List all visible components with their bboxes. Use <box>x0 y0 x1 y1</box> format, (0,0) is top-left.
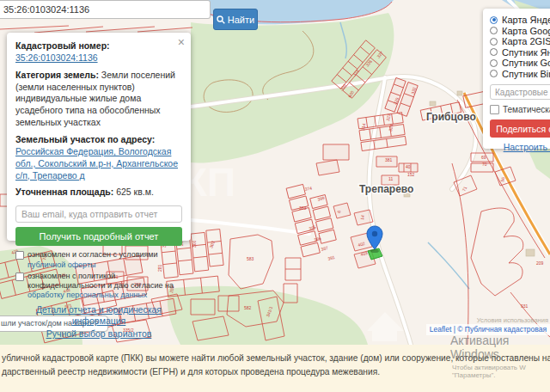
activation-line1: Активация Windows <box>450 334 550 361</box>
activation-line2: Чтобы активировать W <box>452 364 550 371</box>
offer-checkbox-label: ознакомлен и согласен с условиями публич… <box>28 250 182 270</box>
app-window: КП <box>0 0 550 392</box>
area-label: Уточненная площадь: <box>15 187 113 197</box>
area-value: 625 кв.м. <box>116 187 154 197</box>
category-label: Категория земель: <box>15 70 99 80</box>
address-label: Земельный участок по адресу: <box>15 134 155 144</box>
layer-option-0[interactable]: Карта Яндекс <box>490 15 550 26</box>
parcel-number: 387 <box>321 245 329 252</box>
radio-icon[interactable] <box>490 16 498 24</box>
category-detail: индивидуальные жилые дома усадебного тип… <box>15 93 161 127</box>
cadastral-number-link[interactable]: 35:26:0103024:1136 <box>15 52 98 63</box>
report-details-link[interactable]: Детали отчета и юридическая информация <box>15 304 182 328</box>
thematic-checkbox[interactable] <box>490 105 499 114</box>
parcel-number: 332 <box>410 86 417 95</box>
parcel-number: 40 <box>406 164 411 169</box>
radio-icon[interactable] <box>490 27 498 34</box>
parcel-number: 324 <box>388 124 394 132</box>
manual-select-link[interactable]: Ручной выбор вариантов <box>15 328 182 340</box>
parcel-number: 323 <box>385 113 391 121</box>
parcel-number: 381 <box>385 157 393 162</box>
layer-option-label: Спутник Google <box>502 58 550 68</box>
layer-options: Карта ЯндексКарта GoogleКарта 2GISСпутни… <box>490 15 550 79</box>
offer-checkbox[interactable] <box>15 251 24 260</box>
windows-activation-watermark: Активация Windows Чтобы активировать W "… <box>450 334 550 379</box>
search-button-label: Найти <box>228 15 254 25</box>
search-button[interactable]: Найти <box>213 9 258 30</box>
parcel-number: 71 <box>461 186 468 193</box>
parcel-number: 399 <box>317 195 326 202</box>
layer-option-2[interactable]: Карта 2GIS <box>490 36 550 47</box>
thematic-label: Тематическая карта <box>503 105 550 114</box>
parcel-number: 70 <box>482 162 487 167</box>
radio-icon[interactable] <box>490 48 498 56</box>
layer-option-5[interactable]: Спутник Bing <box>490 69 550 80</box>
parcel-number: 209 <box>536 260 544 266</box>
close-icon[interactable]: × <box>178 36 185 48</box>
activation-line3: "Параметры". <box>452 371 550 379</box>
parcel-info-panel: × Кадастровый номер: 35:26:0103024:1136 … <box>7 33 191 241</box>
radio-icon[interactable] <box>490 59 498 67</box>
layer-option-label: Карта Яндекс <box>502 15 550 25</box>
search-icon <box>217 15 225 24</box>
parcel-number: 152 <box>407 172 415 177</box>
town-label: Трепарево <box>359 183 413 195</box>
parcel-number: 383 <box>299 205 307 211</box>
parcel-number: 385 <box>309 224 317 231</box>
layer-option-1[interactable]: Карта Google <box>490 26 550 37</box>
layer-option-label: Спутник Bing <box>502 69 550 79</box>
parcel-number: 391 <box>327 254 336 261</box>
boundaries-select[interactable]: Кадастровые границы <box>490 84 550 100</box>
footer-text-line2: дарственный реестр недвижимости (ЕГРН) и… <box>2 367 380 377</box>
layer-option-label: Спутник Яндекс <box>502 47 550 58</box>
privacy-checkbox-label: ознакомлен с политикой конфиденциальност… <box>28 272 182 301</box>
town-label: Грибцово <box>426 111 476 123</box>
search-input[interactable] <box>0 0 211 19</box>
email-field[interactable] <box>15 205 182 223</box>
parcel-number: 374 <box>304 186 312 192</box>
attribution-terms[interactable]: Условия использования <box>477 316 548 324</box>
parcel-number: 300 <box>192 240 197 248</box>
layer-option-3[interactable]: Спутник Яндекс <box>490 47 550 58</box>
parcel-number: 69 <box>481 155 486 160</box>
configure-map-link[interactable]: Настроить карту <box>490 142 550 152</box>
layer-option-label: Карта Google <box>502 26 550 36</box>
offer-link[interactable]: публичной оферты <box>28 260 96 269</box>
parcel-number: 11 <box>388 176 393 181</box>
layer-option-4[interactable]: Спутник Google <box>490 58 550 69</box>
watermark: КП <box>183 160 235 205</box>
get-report-button[interactable]: Получить подробный отчет <box>15 227 182 246</box>
privacy-checkbox[interactable] <box>15 273 24 281</box>
address-link[interactable]: Российская Федерация, Вологодская обл., … <box>15 146 178 181</box>
share-link-button[interactable]: Поделиться ссылкой <box>490 119 550 138</box>
parcel-number: 582 <box>244 305 252 310</box>
parcel-number: 583 <box>247 256 254 261</box>
parcel-number: 303 <box>208 240 216 248</box>
radio-icon[interactable] <box>490 70 498 77</box>
privacy-link[interactable]: обработку персональных данных <box>28 291 147 299</box>
parcel-number: 931 <box>521 303 529 309</box>
cadastral-label: Кадастровый номер: <box>15 40 110 51</box>
layer-option-label: Карта 2GIS <box>502 36 550 46</box>
radio-icon[interactable] <box>490 38 498 46</box>
layers-panel: Карта ЯндексКарта GoogleКарта 2GISСпутни… <box>483 9 550 149</box>
watermark-house <box>367 312 404 341</box>
